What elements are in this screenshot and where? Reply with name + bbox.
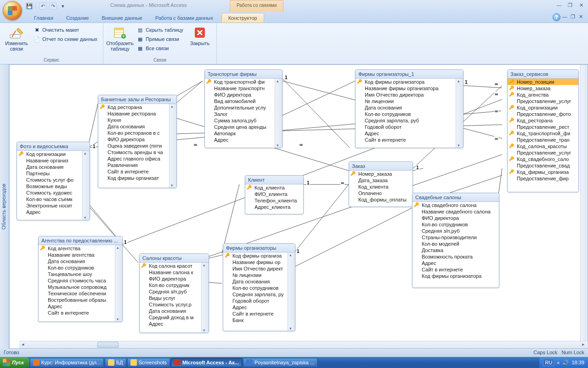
window-title: Схема данных - Microsoft Access [110,2,187,8]
qat-customize-icon[interactable]: ▾ [59,2,67,10]
close-icon [192,26,207,40]
contextual-tab-title: Работа со связями [230,0,283,12]
maximize-button[interactable]: ❐ [566,2,574,8]
taskbar-item[interactable]: БД [105,358,126,367]
svg-line-8 [88,104,98,148]
qat-undo-icon[interactable]: ↶ [39,2,46,10]
table-scrollbar[interactable] [275,79,282,148]
tray-icon[interactable]: « [557,360,560,365]
svg-line-14 [283,79,350,148]
status-capslock: Caps Lock [533,350,557,355]
table-beauty-salons[interactable]: Салоны красоты Код салона красот Названи… [139,253,209,333]
status-numlock: Num Lock [561,350,584,355]
group-label-relationships: Связи [107,57,213,63]
clear-layout-icon: ✖ [33,26,40,34]
table-wedding-salons[interactable]: Свадебные салоны Код свадебного салона Н… [412,193,499,288]
clear-layout-button[interactable]: ✖Очистить макет [31,26,99,34]
relationship-report-button[interactable]: 📄Отчет по схеме данных [31,35,99,43]
report-icon: 📄 [33,35,40,43]
taskbar-item[interactable]: Курс: Информатика (дл... [30,358,104,367]
show-table-button[interactable]: + Отобразить таблицу [107,25,133,52]
help-icon[interactable]: ? [553,13,560,21]
close-button-ribbon[interactable]: Закрыть [187,25,213,47]
taskbar-item-active[interactable]: Microsoft Access - Ак... [171,358,242,367]
scroll-right-icon[interactable]: ▸ [580,341,587,349]
ribbon: Изменить связи ✖Очистить макет 📄Отчет по… [0,23,588,64]
taskbar: Пуск Курс: Информатика (дл... БД Screens… [0,357,588,368]
status-ready: Готово [4,350,19,356]
system-tray[interactable]: RU « 🔊 18:39 [539,357,588,368]
canvas-vscrollbar[interactable] [580,65,588,341]
tab-design[interactable]: Конструктор [221,13,264,23]
svg-line-29 [294,207,413,267]
title-bar: 💾 ↶ ↷ ▾ Схема данных - Microsoft Access … [0,0,588,12]
language-indicator[interactable]: RU [543,359,554,366]
office-button[interactable] [3,1,22,20]
direct-relationships-button[interactable]: ▦Прямые связи [135,35,185,43]
ribbon-group-service: Изменить связи ✖Очистить макет 📄Отчет по… [0,23,103,64]
close-button[interactable]: ✕ [577,2,585,8]
table-order[interactable]: Заказ Номер_заказа Дата_заказа Код_клиен… [349,161,413,207]
canvas-hscrollbar[interactable]: ◂ ▸ [19,341,587,348]
nav-pane-label: Область переходов [1,184,6,230]
ribbon-group-relationships: + Отобразить таблицу ▥Скрыть таблицу ▦Пр… [103,23,217,64]
table-organizers-1[interactable]: Фирмы организаторы_1 Код фирмы организат… [355,69,464,148]
table-scrollbar[interactable] [456,79,463,148]
hide-table-button[interactable]: ▥Скрыть таблицу [135,26,185,34]
table-scrollbar[interactable] [201,263,209,333]
start-button[interactable]: Пуск [0,357,29,368]
scroll-thumb[interactable] [97,342,119,348]
tab-create[interactable]: Создание [60,13,96,23]
table-scrollbar[interactable] [169,104,176,188]
clock[interactable]: 18:39 [571,360,584,365]
qat-save-icon[interactable]: 💾 [26,2,33,10]
edit-relationships-icon [9,26,24,40]
all-relationships-button[interactable]: ▦Все связи [135,44,185,52]
svg-line-11 [175,81,203,104]
direct-rel-icon: ▦ [136,35,144,43]
status-bar: Готово Caps Lock Num Lock [0,349,588,357]
table-client[interactable]: Клиент Код_клиента ФИО_клиента Телефон_к… [245,175,304,214]
minimize-button[interactable]: — [555,2,563,8]
table-banquet-halls[interactable]: Банкетные залы и Рестораны Код ресторана… [98,95,177,188]
ribbon-tabstrip: Главная Создание Внешние данные Работа с… [0,12,588,23]
tab-database-tools[interactable]: Работа с базами данных [149,13,220,23]
table-transport[interactable]: Транспортые фирмы Код транспортной фи На… [204,69,283,148]
doc-restore-icon[interactable]: ❐ [571,14,577,19]
doc-close-icon[interactable]: ✕ [579,14,585,19]
table-service-orders[interactable]: Заказ_сервисов Номер_позиции Номер_заказ… [507,69,579,192]
group-label-service: Сервис [4,57,99,63]
show-table-icon: + [113,26,127,40]
tray-icon[interactable]: 🔊 [562,360,569,366]
tab-home[interactable]: Главная [28,13,60,23]
svg-text:+: + [122,33,125,39]
svg-rect-0 [10,34,20,38]
quick-access-toolbar: 💾 ↶ ↷ ▾ [26,0,67,12]
taskbar-item[interactable]: Screenshots [127,358,170,367]
tab-external-data[interactable]: Внешние данные [96,13,149,23]
nav-pane-toggle[interactable]: » Область переходов [0,64,9,349]
table-scrollbar[interactable] [115,245,122,322]
table-scrollbar[interactable] [82,151,90,220]
edit-relationships-button[interactable]: Изменить связи [4,25,29,52]
svg-line-15 [283,81,355,115]
qat-redo-icon[interactable]: ↷ [49,2,57,10]
hide-table-icon: ▥ [136,26,144,34]
table-organizers[interactable]: Фирмы организаторы Код фирмы организа На… [223,243,295,331]
table-photo-video[interactable]: Фото и видеосъемка Код организации Назва… [17,142,90,220]
scroll-left-icon[interactable]: ◂ [19,341,27,349]
table-agencies[interactable]: Агентства по предоставлению ... Код аген… [38,236,123,322]
all-rel-icon: ▦ [136,45,144,52]
relationships-canvas[interactable]: 1 ∞ 1 ∞ 1 ∞ 1 ∞ ∞ ∞ ∞ 1 1 1 1 1 Фото и в… [9,64,588,349]
table-scrollbar[interactable] [288,253,295,331]
svg-rect-2 [114,28,124,30]
doc-minimize-icon[interactable]: — [562,14,569,19]
taskbar-item[interactable]: Poyasnitelnaya_zapiska ... [243,358,317,367]
